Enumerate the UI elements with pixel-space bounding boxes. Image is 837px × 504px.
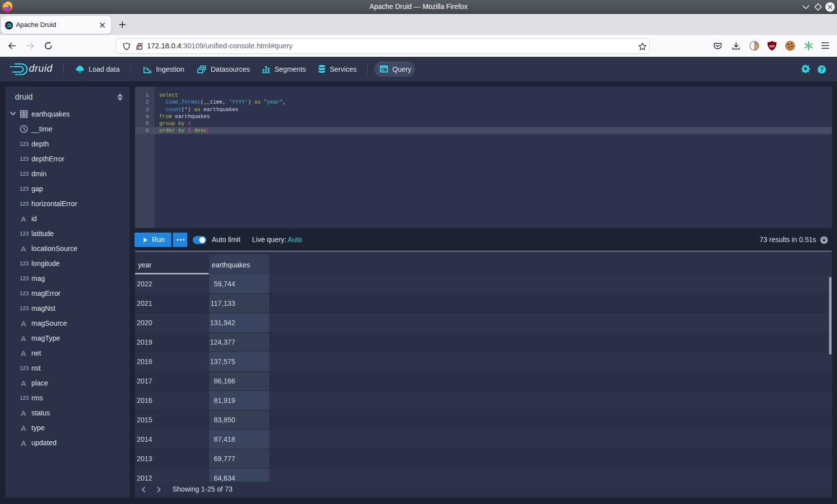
svg-text:uO: uO (769, 44, 775, 48)
svg-text:?: ? (820, 66, 823, 73)
